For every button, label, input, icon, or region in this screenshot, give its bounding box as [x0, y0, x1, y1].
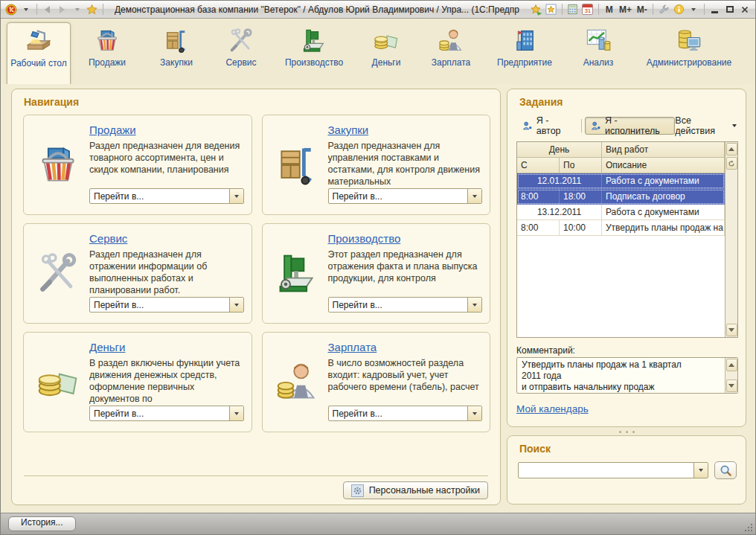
goto-combo[interactable]: Перейти в...	[328, 188, 483, 204]
my-calendar-link[interactable]: Мой календарь	[516, 403, 589, 414]
back-button[interactable]	[41, 3, 54, 16]
chevron-down-icon[interactable]	[467, 298, 481, 312]
goto-combo-value: Перейти в...	[90, 406, 229, 420]
calendar-icon[interactable]: 31	[581, 3, 595, 16]
goto-combo[interactable]: Перейти в...	[328, 297, 483, 313]
close-button[interactable]	[738, 3, 752, 16]
add-favorite-icon[interactable]	[530, 3, 543, 16]
history-dropdown-button[interactable]	[71, 3, 84, 16]
maximize-icon	[726, 6, 734, 13]
calendar-badge: 31	[582, 4, 593, 15]
comment-box[interactable]: Утвердить планы продаж на 1 квартал 2011…	[516, 357, 738, 394]
memory-add-button[interactable]: M+	[618, 3, 634, 16]
column-header-kind[interactable]: Вид работ	[602, 142, 725, 158]
tab-label: Предприятие	[497, 58, 552, 68]
service-link[interactable]: Сервис	[89, 232, 244, 245]
forward-icon	[60, 6, 65, 13]
navigation-header: Навигация	[24, 96, 79, 108]
goto-combo[interactable]: Перейти в...	[89, 188, 244, 204]
forward-button[interactable]	[56, 3, 69, 16]
tab-salary[interactable]: Зарплата	[417, 22, 484, 84]
goto-combo[interactable]: Перейти в...	[328, 406, 483, 421]
personal-settings-button[interactable]: Персональные настройки	[343, 481, 488, 499]
i-am-author-button[interactable]: Я - автор	[516, 117, 578, 135]
settings-wrench-icon[interactable]	[657, 3, 670, 16]
card-description: Раздел предназначен для управления поста…	[328, 140, 483, 188]
production-link[interactable]: Производство	[328, 232, 483, 245]
cell-from: 8:00	[517, 220, 560, 236]
card-salary: Зарплата В число возможностей раздела вх…	[262, 332, 491, 432]
card-service: Сервис Раздел предназначен для отражении…	[23, 223, 252, 324]
purchases-link[interactable]: Закупки	[328, 124, 483, 136]
open-favorites-icon[interactable]	[545, 3, 558, 16]
info-icon[interactable]	[672, 3, 685, 16]
person-question-icon	[591, 121, 601, 132]
resize-grip[interactable]	[744, 523, 753, 532]
goto-combo[interactable]: Перейти в...	[89, 406, 244, 421]
scroll-up-button[interactable]	[726, 143, 737, 156]
tab-administration[interactable]: Администрирование	[633, 22, 745, 84]
tab-enterprise[interactable]: Предприятие	[486, 22, 563, 84]
search-button[interactable]	[714, 461, 737, 479]
goto-combo[interactable]: Перейти в...	[89, 297, 244, 313]
money-icon	[373, 28, 400, 54]
tab-sales[interactable]: Продажи	[72, 22, 142, 84]
all-actions-label: Все действия	[675, 115, 728, 136]
table-row[interactable]: 12.01.2011 Работа с документами	[517, 173, 725, 189]
chevron-down-icon[interactable]	[229, 298, 243, 312]
favorites-button[interactable]	[86, 3, 99, 16]
comment-text: Утвердить планы продаж на 1 квартал 2011…	[517, 358, 725, 393]
comment-label: Комментарий:	[516, 345, 575, 356]
refresh-icon	[728, 160, 735, 167]
goto-combo-value: Перейти в...	[90, 298, 229, 312]
tab-analysis[interactable]: Анализ	[565, 22, 632, 84]
calculator-icon[interactable]	[566, 3, 580, 16]
tab-production[interactable]: Производство	[273, 22, 355, 84]
all-actions-button[interactable]: Все действия	[675, 115, 737, 136]
column-header-from[interactable]: С	[517, 158, 560, 173]
chevron-down-icon[interactable]	[467, 406, 481, 420]
history-button[interactable]: История...	[8, 516, 76, 531]
scroll-down-button[interactable]	[726, 324, 737, 336]
chevron-down-icon[interactable]	[693, 463, 708, 478]
table-scrollbar[interactable]	[725, 142, 737, 337]
tab-money[interactable]: Деньги	[356, 22, 416, 84]
panel-splitter[interactable]	[507, 429, 746, 435]
chevron-down-icon[interactable]	[229, 406, 243, 420]
arrow-down-icon	[728, 328, 734, 332]
tab-label: Сервис	[225, 58, 256, 68]
sales-link[interactable]: Продажи	[89, 124, 244, 136]
minimize-button[interactable]	[708, 3, 722, 16]
salary-link[interactable]: Зарплата	[328, 341, 483, 353]
card-description: Раздел предназначен для ведения товарног…	[89, 140, 244, 188]
column-header-to[interactable]: По	[560, 158, 602, 173]
scroll-down-button[interactable]	[726, 379, 737, 392]
comment-scrollbar[interactable]	[725, 358, 737, 393]
back-icon	[45, 6, 50, 13]
tasks-header: Задания	[519, 96, 563, 108]
info-dropdown-button[interactable]	[687, 3, 700, 16]
table-row[interactable]: 13.12.2011 Работа с документами	[517, 205, 725, 220]
tab-service[interactable]: Сервис	[211, 22, 272, 84]
memory-recall-button[interactable]: M	[603, 3, 616, 16]
chevron-down-icon[interactable]	[229, 189, 243, 203]
tab-purchases[interactable]: Закупки	[144, 22, 209, 84]
table-empty-area	[517, 236, 725, 337]
money-link[interactable]: Деньги	[89, 341, 244, 353]
table-row[interactable]: 8:00 18:00 Подписать договор	[517, 189, 725, 205]
tab-desktop[interactable]: Рабочий стол	[7, 22, 71, 84]
column-header-description[interactable]: Описание	[602, 158, 725, 173]
1c-logo-icon[interactable]	[4, 3, 18, 16]
table-row[interactable]: 8:00 10:00 Утвердить планы продаж на 1 к…	[517, 220, 725, 236]
i-am-executor-button[interactable]: Я - исполнитель	[585, 117, 675, 135]
refresh-button[interactable]	[726, 157, 737, 170]
memory-subtract-button[interactable]: M-	[635, 3, 649, 16]
column-header-day[interactable]: День	[517, 142, 602, 158]
navigation-panel: Навигация Продажи Раздел предназначен дл…	[11, 89, 501, 505]
search-input[interactable]	[519, 463, 693, 478]
scroll-up-button[interactable]	[726, 359, 737, 371]
chevron-down-icon[interactable]	[467, 189, 481, 203]
separator	[562, 4, 563, 15]
maximize-button[interactable]	[723, 3, 737, 16]
main-menu-button[interactable]	[19, 3, 33, 16]
